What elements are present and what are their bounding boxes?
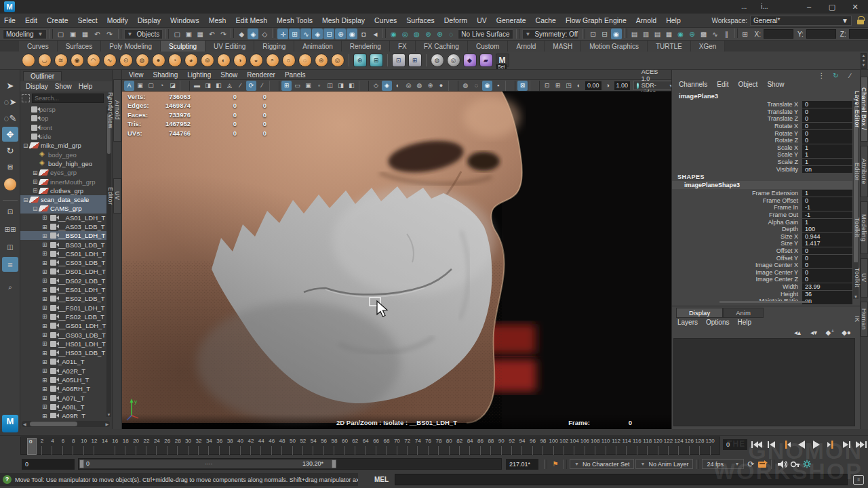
channel-attribute-row[interactable]: Offset X 0: [672, 247, 852, 255]
attribute-value-field[interactable]: 0: [802, 276, 852, 283]
shelf-tool-icon[interactable]: ●: [151, 53, 166, 68]
viewport-toolbar-icon[interactable]: ◎: [403, 81, 414, 91]
auto-keyframe-icon[interactable]: [789, 459, 800, 470]
expand-toggle-icon[interactable]: ⊞: [42, 413, 49, 418]
status-line-icon[interactable]: ▤: [629, 28, 640, 39]
shelf-tab[interactable]: TURTLE: [648, 41, 691, 52]
expand-toggle-icon[interactable]: ⊞: [42, 268, 49, 275]
scale-tool[interactable]: ⧈: [2, 159, 18, 174]
outliner-item[interactable]: ⊞ _A05LH_T: [20, 375, 107, 384]
symmetry-selector[interactable]: ▼Symmetry: Off: [522, 29, 579, 39]
expand-toggle-icon[interactable]: ⊞: [42, 224, 49, 230]
outliner-item[interactable]: ⊞ __GS03_LDB_T: [20, 330, 107, 339]
menu-item[interactable]: Mesh Display: [322, 16, 365, 24]
attribute-value-field[interactable]: -1: [802, 204, 852, 211]
shelf-tool-icon[interactable]: ◔: [167, 53, 182, 68]
attribute-value-field[interactable]: 1: [802, 159, 852, 165]
expand-toggle-icon[interactable]: ⊞: [42, 232, 49, 239]
shelf-tool-icon[interactable]: ◍: [429, 53, 445, 68]
attribute-value-field[interactable]: 1: [802, 190, 852, 197]
status-line-icon[interactable]: ⊡: [588, 28, 599, 39]
viewport-toolbar-icon[interactable]: ⊞: [553, 81, 563, 91]
expand-toggle-icon[interactable]: ⊞: [42, 359, 49, 365]
attribute-value-field[interactable]: on: [802, 166, 852, 173]
attribute-value-field[interactable]: 1: [802, 151, 852, 158]
status-line-icon[interactable]: ◉: [347, 28, 357, 39]
outliner-item[interactable]: persp: [20, 105, 107, 114]
colorspace-selector[interactable]: ACES 1.0 SDR-video (sRGB) ▼: [633, 81, 677, 90]
viewport-toolbar-icon[interactable]: ▫: [314, 81, 324, 91]
expand-toggle-icon[interactable]: ⊞: [42, 304, 49, 311]
shelf-tab[interactable]: Motion Graphics: [581, 41, 648, 52]
scroll-down-icon[interactable]: ▼: [106, 413, 111, 417]
attribute-value-field[interactable]: 0: [802, 262, 852, 268]
channel-attribute-row[interactable]: Image Center Z 0: [672, 276, 852, 283]
layer-action-icon[interactable]: ◆●: [842, 328, 851, 336]
attribute-value-field[interactable]: 0: [802, 115, 852, 122]
shelf-tool-icon[interactable]: ⊞: [407, 53, 422, 68]
layout-four-pane-button[interactable]: ⊞⊞: [2, 222, 18, 237]
outliner-item[interactable]: ⊞ __ES02_LDB_T: [20, 294, 107, 303]
step-forward-key-button[interactable]: [840, 438, 853, 451]
go-to-end-button[interactable]: [854, 438, 868, 451]
anim-layer-selector[interactable]: ▼ No Anim Layer: [635, 459, 693, 469]
tab-attribute-editor[interactable]: Attribute Editor: [861, 146, 868, 197]
viewport-toolbar-icon[interactable]: ⊕: [425, 81, 435, 91]
z-coord-input[interactable]: [849, 29, 868, 39]
shelf-tool-icon[interactable]: ⊡: [391, 53, 406, 68]
status-line-icon[interactable]: [272, 28, 275, 38]
outliner-item[interactable]: ⊞ __AS03_LDB_T: [20, 222, 107, 231]
layer-editor-menu-item[interactable]: Help: [737, 319, 751, 326]
attribute-value-field[interactable]: 100: [802, 226, 852, 232]
channel-box-menu-item[interactable]: Show: [767, 81, 784, 88]
play-forwards-button[interactable]: [810, 438, 823, 451]
viewport-panel[interactable]: ViewShadingLightingShowRendererPanels A▣…: [122, 70, 671, 429]
outliner-menu-item[interactable]: Show: [55, 83, 72, 90]
step-back-key-button[interactable]: [765, 438, 778, 451]
menu-item[interactable]: Surfaces: [406, 16, 434, 24]
channel-attribute-row[interactable]: Scale Z 1: [672, 159, 852, 166]
channel-attribute-row[interactable]: Image Center Y 0: [672, 269, 852, 277]
selected-node-name[interactable]: imagePlane3: [679, 92, 718, 100]
attribute-value-field[interactable]: 23.99: [802, 283, 852, 290]
layer-action-icon[interactable]: ◂▴: [793, 328, 802, 336]
status-line-icon[interactable]: ◄: [370, 28, 380, 39]
shelf-tool-icon[interactable]: ◕: [183, 53, 199, 68]
expand-toggle-icon[interactable]: ⊞: [42, 214, 49, 221]
outliner-item[interactable]: ⊞ __ES01_LDH_T: [20, 285, 107, 294]
shelf-tab[interactable]: Sculpting: [161, 41, 205, 52]
channel-box-menu-item[interactable]: Channels: [679, 81, 707, 88]
outliner-item[interactable]: ⊞ __DS02_LDB_T: [20, 277, 107, 285]
status-line-icon[interactable]: ◇: [259, 28, 270, 39]
viewport-toolbar-icon[interactable]: ⊡: [542, 81, 552, 91]
status-line-icon[interactable]: [734, 28, 738, 38]
mel-command-input[interactable]: [395, 474, 848, 485]
viewport-toolbar-icon[interactable]: ◨: [203, 81, 213, 91]
mute-audio-icon[interactable]: [777, 459, 788, 470]
exposure-field[interactable]: 0.00: [585, 81, 601, 90]
channel-box-menu-item[interactable]: Object: [738, 81, 758, 88]
layout-single-pane-button[interactable]: ⊡: [2, 204, 18, 219]
channel-attribute-row[interactable]: Frame Offset 0: [672, 197, 852, 205]
range-end-handle[interactable]: [332, 460, 336, 468]
shelf-tool-icon[interactable]: ◒: [248, 53, 264, 68]
channel-attribute-row[interactable]: Frame Out -1: [672, 211, 852, 219]
outliner-item[interactable]: ⊟ mike_mid_grp: [20, 141, 107, 150]
shelf-tool-icon[interactable]: [423, 53, 429, 68]
viewport-toolbar-icon[interactable]: A: [124, 81, 134, 91]
attribute-value-field[interactable]: 0: [802, 197, 852, 204]
viewport-toolbar-icon[interactable]: ◨: [336, 81, 346, 91]
status-line-icon[interactable]: ⊚: [422, 28, 433, 39]
gamma-field[interactable]: 1.00: [614, 81, 631, 90]
new-scene-button[interactable]: ▢: [56, 28, 66, 39]
select-tool[interactable]: ➤: [2, 78, 18, 93]
redo-button[interactable]: ↷: [104, 28, 115, 39]
status-line-icon[interactable]: ⊞: [740, 28, 751, 39]
channel-attribute-row[interactable]: Width 23.99: [672, 283, 852, 291]
search-filter-icon[interactable]: [22, 94, 30, 102]
shelf-tool-icon[interactable]: ⊙: [118, 53, 134, 68]
menu-item[interactable]: Deform: [444, 16, 467, 24]
outliner-item[interactable]: ⊞ eyes_grp: [20, 168, 107, 177]
play-backwards-button[interactable]: [795, 438, 808, 451]
expand-toggle-icon[interactable]: ⊞: [42, 241, 49, 248]
